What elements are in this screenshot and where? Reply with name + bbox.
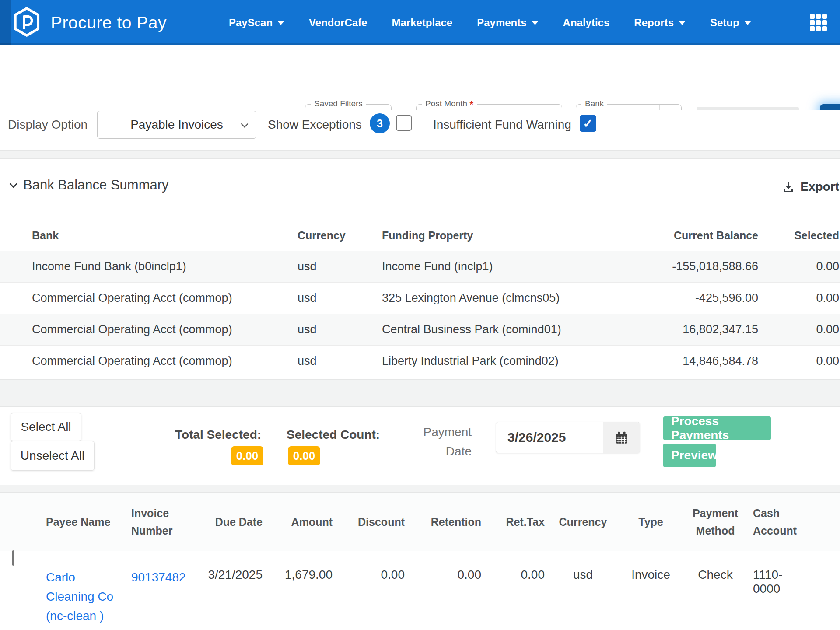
col-header-ret-tax: Ret.Tax [481,513,545,531]
col-header-retention: Retention [405,513,481,531]
col-header-payee-name: Payee Name [39,513,120,531]
section-divider [0,150,840,159]
col-header-cash-account: Cash Account [750,504,807,539]
cell-retention: 0.00 [405,551,481,630]
table-row: Commercial Operating Acct (commop) usd 3… [0,282,840,314]
payable-invoices-table: Payee Name Invoice Number Due Date Amoun… [0,493,840,630]
nav-item-reports[interactable]: Reports [634,17,686,29]
cell-discount: 0.00 [332,551,405,630]
process-payments-button[interactable]: Process Payments [663,416,771,440]
cell-type: Invoice [621,551,680,630]
bank-balance-summary-section: Bank Balance Summary Export Bank Currenc… [0,159,840,379]
total-selected-value: 0.00 [231,446,263,466]
section-divider [0,485,840,493]
nav-left-accent [0,0,11,46]
required-asterisk: * [469,99,473,110]
insufficient-fund-checkbox[interactable]: ✓ [580,115,596,132]
nav-item-analytics[interactable]: Analytics [563,17,610,29]
col-header-currency: Currency [298,229,382,242]
select-all-button[interactable]: Select All [10,413,81,441]
col-header-selected: Selected [758,229,839,242]
apps-grid-icon[interactable] [810,14,827,31]
payment-date-input[interactable]: 3/26/2025 [496,422,640,453]
col-header-current-balance: Current Balance [614,229,758,242]
table-row: Commercial Operating Acct (commop) usd C… [0,314,840,345]
calendar-icon [614,430,629,445]
cell-amount: 1,679.00 [262,551,332,630]
nav-item-setup[interactable]: Setup [710,17,751,29]
col-header-currency: Currency [545,513,621,531]
col-header-invoice-number: Invoice Number [120,504,190,539]
col-header-type: Type [621,513,680,531]
col-header-discount: Discount [332,513,405,531]
download-icon [782,180,795,193]
dropdown-caret-icon [679,21,686,25]
preview-button[interactable]: Preview [663,444,716,467]
export-button[interactable]: Export [782,180,839,194]
payment-date-value: 3/26/2025 [508,422,566,453]
col-header-bank: Bank [32,229,298,242]
col-header-funding-property: Funding Property [382,229,614,242]
row-checkbox[interactable] [12,550,14,566]
table-row: Carlo Cleaning Co (nc-clean ) 90137482 3… [0,551,840,630]
dropdown-caret-icon [277,21,284,25]
page-header: Process Payments 234 Saved Filters None … [0,46,840,110]
chevron-down-icon [241,120,248,128]
action-bar: Select All Unselect All Total Selected: … [0,407,840,485]
bank-balance-summary-toggle[interactable]: Bank Balance Summary [10,177,169,193]
dropdown-caret-icon [744,21,751,25]
cell-currency: usd [545,551,621,630]
cell-due-date: 3/21/2025 [190,551,262,630]
selected-count-label: Selected Count: [287,428,380,442]
total-selected-label: Total Selected: [175,428,261,442]
payment-date-label: Payment Date [410,423,472,461]
nav-menu: PayScan VendorCafe Marketplace Payments … [229,0,751,46]
bank-balance-header-row: Bank Currency Funding Property Current B… [0,220,840,251]
col-header-due-date: Due Date [190,513,262,531]
display-option-select[interactable]: Payable Invoices [97,111,256,139]
section-divider [0,379,840,407]
col-header-payment-method: Payment Method [680,504,750,539]
bank-balance-table: Bank Currency Funding Property Current B… [0,220,840,377]
cell-ret-tax: 0.00 [481,551,545,630]
payment-date-calendar-button[interactable] [603,422,640,454]
dropdown-caret-icon [532,21,539,25]
insufficient-fund-label: Insufficient Fund Warning [433,118,571,132]
invoice-link[interactable]: 90137482 [131,568,186,587]
show-exceptions-label: Show Exceptions [268,118,362,132]
cell-cash-account: 1110-0000 [750,551,807,630]
selected-count-value: 0.00 [288,446,320,466]
table-row: Income Fund Bank (b0inclp1) usd Income F… [0,251,840,282]
table-row: Commercial Operating Acct (commop) usd L… [0,345,840,377]
collapse-chevron-icon [9,180,17,188]
nav-item-vendorcafe[interactable]: VendorCafe [309,17,367,29]
filter-row: Display Option Payable Invoices Show Exc… [0,110,840,150]
show-exceptions-checkbox[interactable] [396,115,412,131]
exceptions-count-badge: 3 [370,113,390,133]
checkmark-icon: ✓ [583,116,593,131]
col-header-amount: Amount [262,513,332,531]
payee-link[interactable]: Carlo Cleaning Co (nc-clean ) [46,568,120,626]
cell-payment-method: Check [680,551,750,630]
payments-header-row: Payee Name Invoice Number Due Date Amoun… [0,493,840,551]
unselect-all-button[interactable]: Unselect All [10,441,94,471]
top-navigation: Procure to Pay PayScan VendorCafe Market… [0,0,840,46]
nav-item-payscan[interactable]: PayScan [229,17,284,29]
app-title: Procure to Pay [51,13,167,32]
nav-item-marketplace[interactable]: Marketplace [392,17,452,29]
display-option-label: Display Option [8,118,88,132]
procure-to-pay-logo-icon[interactable] [13,7,40,38]
nav-item-payments[interactable]: Payments [477,17,538,29]
